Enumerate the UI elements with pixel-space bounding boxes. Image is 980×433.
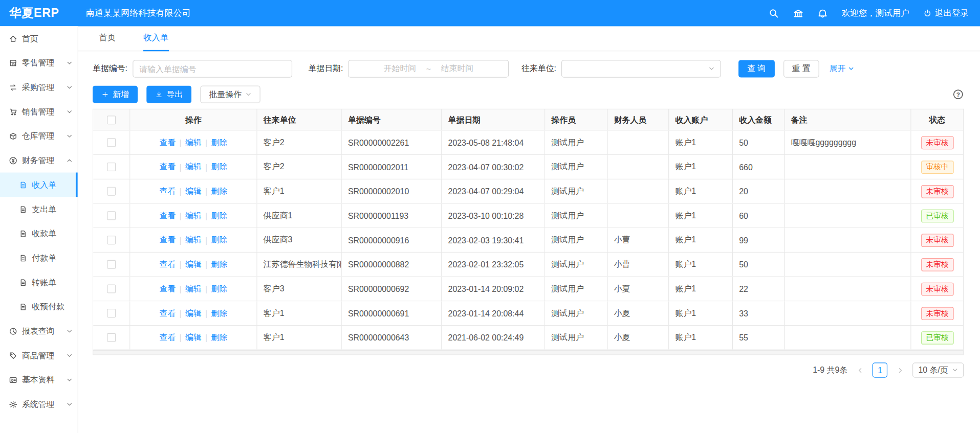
bell-icon[interactable] [817, 8, 828, 18]
sidebar-item-advance-bill[interactable]: 收预付款 [0, 294, 78, 319]
row-select-cell [93, 277, 130, 301]
sidebar-item-purchase[interactable]: 采购管理 [0, 75, 78, 100]
delete-link[interactable]: 删除 [211, 235, 228, 246]
partner-select[interactable] [561, 60, 721, 77]
batch-actions-button[interactable]: 批量操作 [200, 86, 260, 103]
chevron-down-icon [708, 65, 714, 72]
cell-operator: 测试用户 [545, 277, 607, 301]
sidebar-item-retail[interactable]: 零售管理 [0, 51, 78, 75]
page-size-select[interactable]: 10 条/页 [912, 362, 964, 377]
view-link[interactable]: 查看 [159, 332, 176, 343]
date-range-picker[interactable]: 开始时间 ~ 结束时间 [348, 60, 509, 77]
action-divider: | [179, 333, 181, 342]
view-link[interactable]: 查看 [159, 308, 176, 319]
page-size-label: 10 条/页 [918, 364, 948, 376]
delete-link[interactable]: 删除 [211, 332, 228, 343]
delete-link[interactable]: 删除 [211, 259, 228, 270]
doc-icon [19, 302, 28, 311]
view-link[interactable]: 查看 [159, 259, 176, 270]
edit-link[interactable]: 编辑 [185, 283, 202, 294]
action-divider: | [179, 162, 181, 171]
action-divider: | [179, 235, 181, 244]
select-all-checkbox[interactable] [107, 116, 116, 124]
cell-finance-person: 小夏 [607, 277, 669, 301]
delete-link[interactable]: 删除 [211, 283, 228, 294]
row-checkbox[interactable] [107, 284, 116, 293]
sidebar-item-expense-bill[interactable]: 支出单 [0, 197, 78, 221]
sidebar-item-basic-data[interactable]: 基本资料 [0, 368, 78, 392]
view-link[interactable]: 查看 [159, 235, 176, 246]
bank-icon[interactable] [793, 8, 803, 18]
reset-button[interactable]: 重 置 [783, 60, 819, 77]
sidebar-item-finance[interactable]: 财务管理 [0, 148, 78, 173]
delete-link[interactable]: 删除 [211, 137, 228, 148]
cell-partner: 供应商1 [257, 204, 342, 227]
edit-link[interactable]: 编辑 [185, 308, 202, 319]
question-circle-icon[interactable]: ? [952, 89, 964, 100]
cell-partner: 客户2 [257, 155, 342, 178]
app-logo[interactable]: 华夏ERP [0, 5, 78, 21]
row-checkbox[interactable] [107, 163, 116, 171]
edit-link[interactable]: 编辑 [185, 332, 202, 343]
finance-icon [9, 156, 17, 165]
col-header-partner: 往来单位 [257, 109, 342, 130]
sidebar-item-payment-bill[interactable]: 付款单 [0, 246, 78, 270]
sidebar-item-reports[interactable]: 报表查询 [0, 319, 78, 344]
cell-partner: 客户1 [257, 179, 342, 203]
page-number-1[interactable]: 1 [873, 362, 887, 377]
doc-icon [19, 204, 28, 213]
tab-home[interactable]: 首页 [99, 26, 116, 51]
table-horizontal-scrollbar[interactable] [93, 350, 964, 355]
expand-link[interactable]: 展开 [829, 63, 854, 75]
bill-no-input[interactable] [133, 60, 292, 77]
add-label: 新增 [113, 89, 129, 100]
sidebar-item-home[interactable]: 首页 [0, 26, 78, 51]
edit-link[interactable]: 编辑 [185, 137, 202, 148]
edit-link[interactable]: 编辑 [185, 162, 202, 173]
edit-link[interactable]: 编辑 [185, 210, 202, 221]
view-link[interactable]: 查看 [159, 186, 176, 197]
delete-link[interactable]: 删除 [211, 162, 228, 173]
cell-bill-no: SR00000000692 [342, 277, 442, 301]
delete-link[interactable]: 删除 [211, 210, 228, 221]
logout-button[interactable]: 退出登录 [923, 8, 969, 19]
cell-bill-no: SR00000002261 [342, 131, 442, 154]
view-link[interactable]: 查看 [159, 162, 176, 173]
edit-link[interactable]: 编辑 [185, 259, 202, 270]
search-button[interactable]: 查 询 [738, 60, 774, 77]
table-row: 查看|编辑|删除 供应商3 SR00000000916 2023-02-03 1… [93, 228, 963, 253]
row-checkbox[interactable] [107, 211, 116, 220]
delete-link[interactable]: 删除 [211, 308, 228, 319]
sidebar-item-receipt-bill[interactable]: 收款单 [0, 221, 78, 246]
edit-link[interactable]: 编辑 [185, 186, 202, 197]
row-checkbox[interactable] [107, 236, 116, 244]
view-link[interactable]: 查看 [159, 210, 176, 221]
export-button[interactable]: 导出 [146, 86, 191, 103]
sidebar-item-transfer-bill[interactable]: 转账单 [0, 270, 78, 294]
prev-page-button[interactable] [853, 362, 867, 377]
cell-status: 审核中 [911, 155, 964, 178]
sidebar-item-income-bill[interactable]: 收入单 [0, 173, 78, 197]
add-button[interactable]: 新增 [93, 86, 138, 103]
date-start-placeholder: 开始时间 [384, 63, 417, 75]
view-link[interactable]: 查看 [159, 137, 176, 148]
tab-income-bill[interactable]: 收入单 [143, 26, 169, 51]
search-icon[interactable] [769, 8, 779, 18]
cell-remark [785, 253, 911, 276]
edit-link[interactable]: 编辑 [185, 235, 202, 246]
sidebar-item-goods[interactable]: 商品管理 [0, 343, 78, 368]
row-checkbox[interactable] [107, 333, 116, 342]
cell-amount: 55 [733, 326, 785, 349]
row-checkbox[interactable] [107, 187, 116, 196]
sidebar-item-label: 首页 [22, 33, 38, 44]
sidebar-item-warehouse[interactable]: 仓库管理 [0, 124, 78, 148]
sidebar-item-sales[interactable]: 销售管理 [0, 99, 78, 124]
row-checkbox[interactable] [107, 260, 116, 269]
row-checkbox[interactable] [107, 309, 116, 317]
sidebar-item-system[interactable]: 系统管理 [0, 392, 78, 417]
next-page-button[interactable] [892, 362, 907, 377]
cell-operator: 测试用户 [545, 326, 607, 349]
row-checkbox[interactable] [107, 138, 116, 147]
view-link[interactable]: 查看 [159, 283, 176, 294]
delete-link[interactable]: 删除 [211, 186, 228, 197]
